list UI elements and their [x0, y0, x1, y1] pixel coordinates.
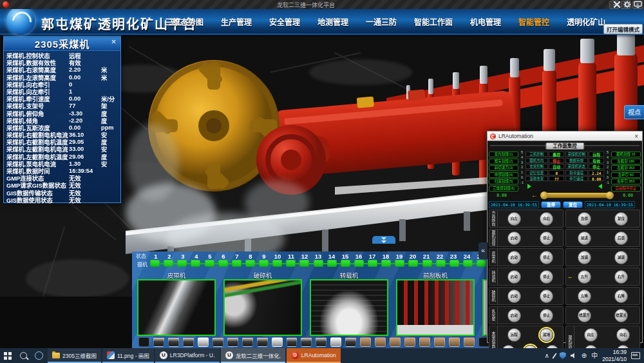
round-control-button[interactable]: 停止: [540, 309, 553, 322]
round-control-button[interactable]: 急停: [578, 212, 591, 226]
taskbar-item[interactable]: LRAutomation: [287, 348, 341, 363]
channel-status-indicator[interactable]: [395, 260, 404, 267]
channel-status-indicator[interactable]: [368, 260, 377, 267]
round-control-button[interactable]: 向左: [584, 328, 598, 342]
round-control-button[interactable]: 启动: [507, 289, 521, 303]
nav-menu-item[interactable]: 地测管理: [317, 16, 348, 27]
round-control-button[interactable]: 启动: [507, 231, 521, 245]
cut-mode-button[interactable]: 左截割 180: [611, 159, 641, 164]
channel-status-indicator[interactable]: [191, 260, 200, 267]
film-strip-cell[interactable]: [138, 337, 149, 347]
film-strip-cell[interactable]: [257, 337, 268, 347]
camera-thumbnail[interactable]: [310, 279, 388, 336]
channel-status-indicator[interactable]: [477, 260, 486, 267]
film-strip-cell[interactable]: [434, 337, 445, 347]
film-strip-cell[interactable]: [316, 337, 327, 347]
film-strip-cell[interactable]: [449, 337, 460, 347]
tray-chevron-icon[interactable]: ∧: [544, 348, 549, 363]
ime-indicator[interactable]: 中: [591, 348, 598, 363]
search-button[interactable]: [15, 348, 31, 363]
film-strip-cell[interactable]: [168, 337, 179, 347]
film-strip-cell[interactable]: [198, 337, 209, 347]
reset-button[interactable]: 复位: [563, 201, 583, 208]
lra-close-icon[interactable]: ×: [633, 133, 639, 140]
taskbar-item[interactable]: LR3DPlatform - U...: [155, 348, 220, 363]
channel-status-indicator[interactable]: [314, 260, 323, 267]
film-strip-cell[interactable]: [227, 337, 238, 347]
channel-status-indicator[interactable]: [408, 260, 418, 267]
cut-mode-button[interactable]: 中部割煤(4): [489, 172, 518, 178]
round-control-button[interactable]: 后退: [614, 231, 628, 245]
cut-mode-button[interactable]: 自动程序停止: [611, 186, 641, 191]
round-control-button[interactable]: 停止: [540, 270, 553, 284]
channel-status-indicator[interactable]: [205, 260, 214, 267]
gear-icon[interactable]: [623, 1, 631, 8]
film-strip-cell[interactable]: [345, 337, 356, 347]
film-strip-cell[interactable]: [153, 337, 164, 347]
channel-status-indicator[interactable]: [381, 260, 391, 267]
taskbar-item[interactable]: 11.png - 画图: [102, 348, 154, 363]
film-strip-cell[interactable]: [272, 337, 283, 347]
film-strip-cell[interactable]: [360, 337, 371, 347]
collapse-chevron-button[interactable]: [372, 236, 395, 244]
start-button[interactable]: [0, 348, 15, 363]
cortana-button[interactable]: [31, 348, 46, 363]
channel-status-indicator[interactable]: [450, 260, 459, 267]
open-edit-mode-button[interactable]: 打开编辑模式: [603, 24, 643, 34]
round-control-button[interactable]: 向右: [540, 212, 553, 226]
film-strip-cell[interactable]: [213, 337, 223, 347]
round-control-button[interactable]: 减速: [614, 251, 628, 264]
nav-menu-item[interactable]: 智能工作面: [414, 16, 453, 27]
security-shield-icon[interactable]: [560, 352, 566, 359]
nav-menu-item[interactable]: 机电管理: [470, 16, 501, 27]
cut-mode-button[interactable]: 变向割煤(1): [489, 152, 518, 157]
speaker-icon[interactable]: [571, 353, 577, 359]
lra-collapse-handle[interactable]: «: [478, 242, 488, 259]
channel-status-indicator[interactable]: [436, 260, 446, 267]
channel-status-indicator[interactable]: [232, 260, 242, 267]
channel-status-indicator[interactable]: [272, 260, 282, 267]
round-control-button[interactable]: 向右: [616, 328, 630, 342]
film-strip-cell[interactable]: [287, 337, 298, 347]
pen-icon[interactable]: [552, 353, 556, 358]
taskbar-item[interactable]: 龙软二三维一体化...: [221, 348, 285, 363]
channel-status-indicator[interactable]: [422, 260, 432, 267]
round-control-button[interactable]: 向左: [507, 212, 521, 226]
cut-mode-button[interactable]: 左牵引 40: [611, 172, 641, 178]
nav-menu-item[interactable]: 透明化矿山: [567, 16, 605, 27]
channel-status-indicator[interactable]: [299, 260, 309, 267]
round-control-button[interactable]: 加速: [578, 251, 591, 264]
round-control-button[interactable]: 就地: [540, 328, 553, 342]
estop-button[interactable]: 急停: [541, 201, 561, 208]
tools-icon[interactable]: [613, 1, 621, 8]
round-control-button[interactable]: 右降: [614, 289, 628, 303]
round-control-button[interactable]: 左升: [578, 270, 591, 284]
channel-status-indicator[interactable]: [327, 260, 337, 267]
cut-mode-button[interactable]: 斜切进刀(3): [489, 165, 518, 171]
round-control-button[interactable]: 远程: [507, 328, 521, 342]
camera-thumbnail[interactable]: [396, 279, 475, 336]
film-strip-cell[interactable]: [301, 337, 312, 347]
film-strip-cell[interactable]: [330, 337, 341, 347]
channel-status-indicator[interactable]: [218, 260, 228, 267]
cut-mode-button[interactable]: 右截割 363: [611, 165, 641, 171]
film-strip-cell[interactable]: [183, 337, 194, 347]
panel-close-icon[interactable]: ×: [109, 37, 118, 46]
film-strip-cell[interactable]: [404, 337, 415, 347]
nav-menu-item[interactable]: 智能管控: [518, 16, 549, 27]
channel-status-indicator[interactable]: [164, 260, 173, 267]
round-control-button[interactable]: 停止: [540, 251, 553, 264]
channel-status-indicator[interactable]: [286, 260, 296, 267]
round-control-button[interactable]: 复位: [614, 212, 628, 226]
film-strip-cell[interactable]: [464, 337, 475, 347]
channel-status-indicator[interactable]: [341, 260, 350, 267]
nav-menu-item[interactable]: 安全管理: [269, 16, 300, 27]
cut-mode-button[interactable]: 扫底割煤(5): [489, 179, 518, 184]
round-control-button[interactable]: 停止: [540, 289, 553, 303]
nav-menu-item[interactable]: 三维态势图: [165, 16, 204, 27]
film-strip-cell[interactable]: [419, 337, 430, 347]
cut-mode-button[interactable]: 三角煤割煤(6): [489, 186, 518, 191]
channel-status-indicator[interactable]: [177, 260, 187, 267]
nav-menu-item[interactable]: 生产管理: [221, 16, 252, 27]
film-strip-cell[interactable]: [375, 337, 386, 347]
